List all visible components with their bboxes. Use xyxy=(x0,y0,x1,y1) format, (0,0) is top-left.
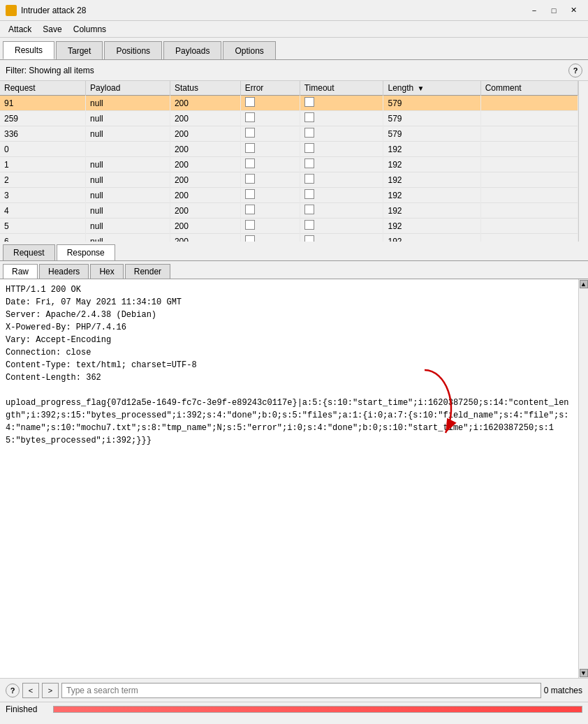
cell-timeout-checkbox[interactable] xyxy=(304,235,314,242)
cell-timeout-checkbox[interactable] xyxy=(304,220,314,230)
col-length[interactable]: Length ▼ xyxy=(383,81,480,96)
cell-request: 3 xyxy=(0,188,86,203)
table-row[interactable]: 336null200579 xyxy=(0,126,578,142)
cell-length: 579 xyxy=(383,96,480,111)
cell-error-checkbox[interactable] xyxy=(245,143,255,153)
cell-payload xyxy=(86,142,170,157)
results-table-scroll[interactable]: Request Payload Status Error Timeout Len… xyxy=(0,81,578,242)
menu-save[interactable]: Save xyxy=(37,23,67,36)
status-text: Finished xyxy=(6,704,47,714)
col-payload[interactable]: Payload xyxy=(86,81,170,96)
cell-payload: null xyxy=(86,157,170,172)
filter-bar: Filter: Showing all items ? xyxy=(0,60,588,81)
cell-error-checkbox[interactable] xyxy=(245,112,255,122)
status-bar: Finished xyxy=(0,702,588,716)
col-timeout[interactable]: Timeout xyxy=(300,81,383,96)
minimize-button[interactable]: − xyxy=(525,3,543,17)
cell-error-checkbox[interactable] xyxy=(245,189,255,199)
cell-error xyxy=(240,203,300,219)
cell-error-checkbox[interactable] xyxy=(245,128,255,138)
tab-results[interactable]: Results xyxy=(3,41,54,59)
window-title: Intruder attack 28 xyxy=(21,6,525,15)
cell-comment xyxy=(480,172,578,188)
tab-target[interactable]: Target xyxy=(56,41,103,59)
cell-error-checkbox[interactable] xyxy=(245,220,255,230)
cell-error-checkbox[interactable] xyxy=(245,97,255,107)
close-button[interactable]: ✕ xyxy=(564,3,582,17)
sub-tab-bar: Raw Headers Hex Render xyxy=(0,261,588,279)
cell-comment xyxy=(480,111,578,126)
table-row[interactable]: 6null200192 xyxy=(0,234,578,242)
cell-payload: null xyxy=(86,234,170,242)
cell-error xyxy=(240,111,300,126)
menu-columns[interactable]: Columns xyxy=(68,23,112,36)
filter-help-button[interactable]: ? xyxy=(568,64,582,77)
cell-error xyxy=(240,142,300,157)
table-row[interactable]: 5null200192 xyxy=(0,219,578,234)
menu-attack[interactable]: Attack xyxy=(3,23,37,36)
sub-tab-render[interactable]: Render xyxy=(125,264,170,279)
cell-request: 336 xyxy=(0,126,86,142)
cell-timeout-checkbox[interactable] xyxy=(304,128,314,138)
section-tab-request[interactable]: Request xyxy=(3,244,55,260)
bottom-bar: ? < > 0 matches xyxy=(0,678,588,702)
cell-length: 192 xyxy=(383,157,480,172)
cell-error-checkbox[interactable] xyxy=(245,174,255,184)
cell-length: 192 xyxy=(383,234,480,242)
table-row[interactable]: 91null200579 xyxy=(0,96,578,111)
sub-tab-hex[interactable]: Hex xyxy=(90,264,123,279)
cell-timeout-checkbox[interactable] xyxy=(304,189,314,199)
table-row[interactable]: 3null200192 xyxy=(0,188,578,203)
cell-timeout-checkbox[interactable] xyxy=(304,143,314,153)
tab-positions[interactable]: Positions xyxy=(104,41,162,59)
cell-comment xyxy=(480,142,578,157)
col-comment[interactable]: Comment xyxy=(480,81,578,96)
section-tab-response[interactable]: Response xyxy=(57,244,115,260)
tab-payloads[interactable]: Payloads xyxy=(163,41,221,59)
cell-timeout xyxy=(300,111,383,126)
filter-text: Filter: Showing all items xyxy=(6,66,568,75)
bottom-help-button[interactable]: ? xyxy=(6,684,20,697)
cell-timeout-checkbox[interactable] xyxy=(304,205,314,214)
col-error[interactable]: Error xyxy=(240,81,300,96)
response-body[interactable]: HTTP/1.1 200 OK Date: Fri, 07 May 2021 1… xyxy=(0,279,578,678)
col-status[interactable]: Status xyxy=(170,81,240,96)
col-request[interactable]: Request xyxy=(0,81,86,96)
table-header-row: Request Payload Status Error Timeout Len… xyxy=(0,81,578,96)
cell-length: 192 xyxy=(383,188,480,203)
cell-request: 259 xyxy=(0,111,86,126)
tab-options[interactable]: Options xyxy=(223,41,275,59)
sort-indicator: ▼ xyxy=(418,84,425,92)
cell-timeout xyxy=(300,96,383,111)
maximize-button[interactable]: □ xyxy=(545,3,563,17)
matches-label: 0 matches xyxy=(544,686,582,695)
cell-payload: null xyxy=(86,172,170,188)
prev-button[interactable]: < xyxy=(22,683,39,698)
cell-error-checkbox[interactable] xyxy=(245,205,255,214)
cell-timeout-checkbox[interactable] xyxy=(304,174,314,184)
search-input[interactable] xyxy=(61,683,541,698)
sub-tab-headers[interactable]: Headers xyxy=(39,264,89,279)
table-scrollbar[interactable] xyxy=(578,81,588,242)
cell-timeout-checkbox[interactable] xyxy=(304,158,314,168)
cell-error xyxy=(240,96,300,111)
table-row[interactable]: 1null200192 xyxy=(0,157,578,172)
cell-timeout xyxy=(300,172,383,188)
cell-error-checkbox[interactable] xyxy=(245,235,255,242)
table-row[interactable]: 259null200579 xyxy=(0,111,578,126)
section-tab-bar: Request Response xyxy=(0,242,588,261)
menu-bar: Attack Save Columns xyxy=(0,21,588,38)
table-row[interactable]: 2null200192 xyxy=(0,172,578,188)
cell-timeout-checkbox[interactable] xyxy=(304,112,314,122)
cell-status: 200 xyxy=(170,234,240,242)
cell-timeout-checkbox[interactable] xyxy=(304,97,314,107)
cell-error-checkbox[interactable] xyxy=(245,158,255,168)
next-button[interactable]: > xyxy=(42,683,59,698)
sub-tab-raw[interactable]: Raw xyxy=(3,264,38,279)
cell-payload: null xyxy=(86,219,170,234)
cell-timeout xyxy=(300,142,383,157)
table-row[interactable]: 0200192 xyxy=(0,142,578,157)
table-row[interactable]: 4null200192 xyxy=(0,203,578,219)
response-scrollbar[interactable]: ▲ ▼ xyxy=(578,279,588,678)
cell-status: 200 xyxy=(170,188,240,203)
